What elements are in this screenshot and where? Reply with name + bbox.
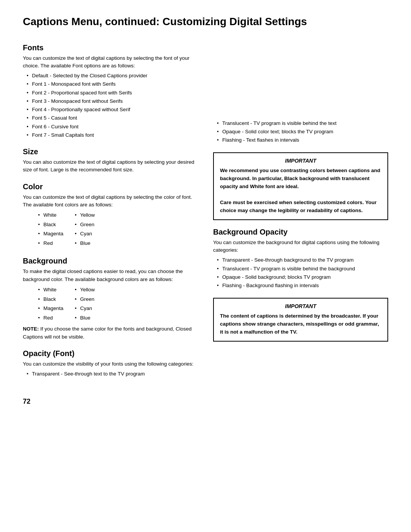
list-item: Flashing - Text flashes in intervals (217, 136, 388, 144)
important-box-1: IMPORTANT We recommend you use contrasti… (213, 152, 388, 220)
fonts-list: Default - Selected by the Closed Caption… (23, 72, 198, 139)
list-item: Font 5 - Casual font (27, 114, 198, 122)
important-body-1: We recommend you use contrasting colors … (220, 167, 381, 215)
fonts-intro: You can customize the text of digital ca… (23, 54, 198, 70)
color-list: White Black Magenta Red Yellow Green Cya… (23, 211, 198, 248)
list-item: Font 6 - Cursive font (27, 123, 198, 131)
background-intro: To make the digital closed captions easi… (23, 268, 198, 283)
list-item: Green (75, 295, 95, 304)
background-note: NOTE: If you choose the same color for t… (23, 325, 198, 341)
note-label: NOTE: (23, 326, 39, 332)
list-item: Font 7 - Small Capitals font (27, 131, 198, 139)
fonts-title: Fonts (23, 43, 198, 52)
list-item: White (38, 286, 64, 294)
size-body: You can also customize the text of digit… (23, 158, 198, 174)
page-title: Captions Menu, continued: Customizing Di… (23, 15, 388, 28)
list-item: Transparent - See-through background to … (217, 256, 388, 264)
important-box-2: IMPORTANT The content of captions is det… (213, 298, 388, 342)
background-col1: White Black Magenta Red (38, 286, 64, 323)
background-opacity-intro: You can customize the background for dig… (213, 239, 388, 254)
list-item: Blue (75, 314, 95, 322)
list-item: Magenta (38, 304, 64, 313)
list-item: Font 4 - Proportionally spaced without S… (27, 106, 198, 113)
color-intro: You can customize the text of digital ca… (23, 193, 198, 209)
list-item: Red (38, 239, 64, 248)
list-item: Translucent - TV program is visible behi… (217, 265, 388, 273)
list-item: Yellow (75, 211, 95, 219)
list-item: Default - Selected by the Closed Caption… (27, 72, 198, 80)
page-number: 72 (23, 398, 388, 406)
list-item: Red (38, 314, 64, 322)
important-body-2: The content of captions is determined by… (220, 312, 381, 336)
size-section: Size You can also customize the text of … (23, 147, 198, 174)
list-item: Black (38, 295, 64, 304)
list-item: Cyan (75, 304, 95, 313)
opacity-font-title: Opacity (Font) (23, 349, 198, 358)
background-col2: Yellow Green Cyan Blue (75, 286, 95, 323)
color-col2: Yellow Green Cyan Blue (75, 211, 95, 248)
background-opacity-section: Background Opacity You can customize the… (213, 228, 388, 290)
opacity-font-list: Transparent - See-through text to the TV… (23, 370, 198, 378)
list-item: Translucent - TV program is visible behi… (217, 120, 388, 127)
color-title: Color (23, 182, 198, 191)
list-item: Font 1 - Monospaced font with Serifs (27, 80, 198, 88)
background-opacity-title: Background Opacity (213, 228, 388, 236)
list-item: Opaque - Solid background; blocks TV pro… (217, 273, 388, 281)
important-title-1: IMPORTANT (220, 158, 381, 164)
list-item: Transparent - See-through text to the TV… (27, 370, 198, 378)
fonts-section: Fonts You can customize the text of digi… (23, 43, 198, 139)
note-body: If you choose the same color for the fon… (23, 326, 192, 339)
background-title: Background (23, 257, 198, 265)
list-item: Black (38, 220, 64, 229)
list-item: Blue (75, 239, 95, 248)
opacity-font-continued: Translucent - TV program is visible behi… (213, 120, 388, 144)
list-item: Opaque - Solid color text; blocks the TV… (217, 128, 388, 136)
size-title: Size (23, 147, 198, 156)
list-item: Flashing - Background flashing in interv… (217, 282, 388, 289)
list-item: Green (75, 220, 95, 229)
list-item: White (38, 211, 64, 219)
list-item: Magenta (38, 230, 64, 238)
color-section: Color You can customize the text of digi… (23, 182, 198, 249)
list-item: Yellow (75, 286, 95, 294)
background-list: White Black Magenta Red Yellow Green Cya… (23, 286, 198, 323)
color-col1: White Black Magenta Red (38, 211, 64, 248)
opacity-font-section: Opacity (Font) You can customize the vis… (23, 349, 198, 378)
list-item: Font 2 - Proportional spaced font with S… (27, 89, 198, 97)
background-opacity-list: Transparent - See-through background to … (213, 256, 388, 289)
opacity-font-list-continued: Translucent - TV program is visible behi… (213, 120, 388, 144)
list-item: Font 3 - Monospaced font without Serifs (27, 97, 198, 105)
opacity-font-intro: You can customize the visibility of your… (23, 360, 198, 368)
background-section: Background To make the digital closed ca… (23, 257, 198, 340)
important-title-2: IMPORTANT (220, 303, 381, 309)
list-item: Cyan (75, 230, 95, 238)
